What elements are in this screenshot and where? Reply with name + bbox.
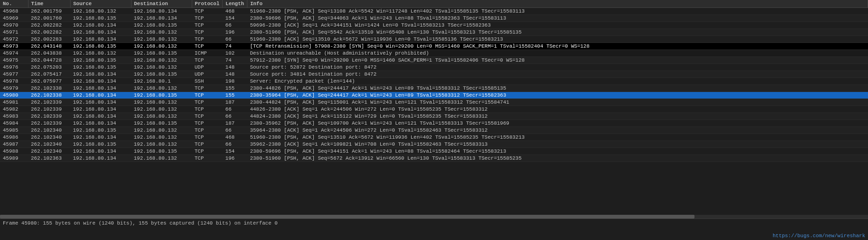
cell-no: 45989 [0,155,28,162]
cell-destination: 192.168.80.132 [131,127,192,134]
cell-time: 262.075417 [28,71,70,78]
cell-info: Source port: 52872 Destination port: 847… [247,64,868,71]
cell-protocol: TCP [192,15,223,22]
cell-source: 192.168.80.135 [70,141,131,148]
cell-time: 262.075203 [28,64,70,71]
cell-protocol: UDP [192,71,223,78]
table-row[interactable]: 45973262.043148192.168.80.135192.168.80.… [0,43,868,50]
cell-source: 192.168.80.135 [70,57,131,64]
cell-destination: 192.168.80.1 [131,78,192,85]
table-row[interactable]: 45988262.102340192.168.80.134192.168.80.… [0,148,868,155]
cell-length: 196 [223,155,247,162]
table-row[interactable]: 45987262.102340192.168.80.135192.168.80.… [0,141,868,148]
cell-source: 192.168.80.134 [70,106,131,113]
cell-destination: 192.168.80.132 [131,141,192,148]
cell-length: 74 [223,43,247,50]
cell-destination: 192.168.80.135 [131,120,192,127]
cell-length: 66 [223,36,247,43]
table-row[interactable]: 45984262.102339192.168.80.134192.168.80.… [0,120,868,127]
cell-no: 45978 [0,78,28,85]
table-row[interactable]: 45969262.001760192.168.80.135192.168.80.… [0,15,868,22]
cell-time: 262.102340 [28,148,70,155]
col-header-source[interactable]: Source [70,0,131,8]
cell-destination: 192.168.80.132 [131,29,192,36]
table-row[interactable]: 45989262.102363192.168.80.134192.168.80.… [0,155,868,162]
col-header-time[interactable]: Time [28,0,70,8]
scrollbar-thumb[interactable] [0,215,694,219]
cell-time: 262.001760 [28,15,70,22]
table-row[interactable]: 45976262.075203192.168.80.135192.168.80.… [0,64,868,71]
cell-protocol: TCP [192,148,223,155]
cell-time: 262.102339 [28,113,70,120]
col-header-info[interactable]: Info [247,0,868,8]
cell-info: 35962-2380 [ACK] Seq=1 Ack=109821 Win=70… [247,141,868,148]
cell-info: 44826-2380 [ACK] Seq=1 Ack=244506 Win=27… [247,106,868,113]
cell-length: 66 [223,141,247,148]
cell-length: 155 [223,92,247,99]
cell-length: 66 [223,113,247,120]
table-row[interactable]: 45981262.102339192.168.80.134192.168.80.… [0,99,868,106]
col-header-destination[interactable]: Destination [131,0,192,8]
cell-destination: 192.168.80.132 [131,57,192,64]
cell-info: 51960-2380 [PSH, ACK] Seq=13108 Ack=5542… [247,8,868,15]
cell-length: 102 [223,50,247,57]
cell-no: 45983 [0,113,28,120]
cell-time: 262.043838 [28,50,70,57]
cell-protocol: TCP [192,155,223,162]
table-row[interactable]: 45972262.002283192.168.80.134192.168.80.… [0,36,868,43]
cell-no: 45985 [0,127,28,134]
packet-rows: 45968262.001759192.168.80.132192.168.80.… [0,8,868,162]
cell-info: [TCP Retransmission] 57908-2380 [SYN] Se… [247,43,868,50]
cell-time: 262.044728 [28,57,70,64]
cell-info: 2380-44826 [PSH, ACK] Seq=244417 Ack=1 W… [247,85,868,92]
cell-time: 262.102339 [28,106,70,113]
table-row[interactable]: 45982262.102339192.168.80.134192.168.80.… [0,106,868,113]
cell-no: 45972 [0,36,28,43]
cell-no: 45970 [0,22,28,29]
cell-destination: 192.168.80.132 [131,155,192,162]
cell-time: 262.102339 [28,99,70,106]
status-text: Frame 45980: 155 bytes on wire (1240 bit… [3,220,278,226]
cell-time: 262.102363 [28,155,70,162]
col-header-no[interactable]: No. [0,0,28,8]
table-row[interactable]: 45975262.044728192.168.80.135192.168.80.… [0,57,868,64]
cell-protocol: UDP [192,64,223,71]
cell-source: 192.168.80.134 [70,78,131,85]
cell-length: 154 [223,15,247,22]
cell-no: 45968 [0,8,28,15]
cell-length: 148 [223,71,247,78]
table-row[interactable]: 45983262.102339192.168.80.134192.168.80.… [0,113,868,120]
cell-no: 45986 [0,134,28,141]
cell-length: 66 [223,22,247,29]
cell-length: 468 [223,134,247,141]
table-row[interactable]: 45979262.102338192.168.80.134192.168.80.… [0,85,868,92]
cell-destination: 192.168.80.134 [131,15,192,22]
cell-protocol: TCP [192,22,223,29]
table-row[interactable]: 45980262.102338192.168.80.134192.168.80.… [0,92,868,99]
table-row[interactable]: 45968262.001759192.168.80.132192.168.80.… [0,8,868,15]
horizontal-scrollbar[interactable] [0,215,868,219]
cell-source: 192.168.80.135 [70,64,131,71]
table-row[interactable]: 45985262.102340192.168.80.135192.168.80.… [0,127,868,134]
table-row[interactable]: 45974262.043838192.168.80.132192.168.80.… [0,50,868,57]
cell-source: 192.168.80.134 [70,22,131,29]
cell-no: 45987 [0,141,28,148]
table-row[interactable]: 45971262.002282192.168.80.134192.168.80.… [0,29,868,36]
col-header-protocol[interactable]: Protocol [192,0,223,8]
cell-time: 262.102339 [28,120,70,127]
packet-list[interactable]: No. Time Source Destination Protocol Len… [0,0,868,215]
cell-time: 262.002282 [28,22,70,29]
table-row[interactable]: 45986262.102340192.168.80.134192.168.80.… [0,134,868,141]
cell-time: 262.102338 [28,85,70,92]
cell-source: 192.168.80.134 [70,85,131,92]
cell-length: 187 [223,120,247,127]
cell-info: 57912-2380 [SYN] Seq=0 Win=29200 Len=0 M… [247,57,868,64]
col-header-length[interactable]: Length [223,0,247,8]
table-row[interactable]: 45978262.075977192.168.80.134192.168.80.… [0,78,868,85]
cell-time: 262.102340 [28,141,70,148]
cell-info: 51960-2380 [ACK] Seq=13510 Ack=5672 Win=… [247,36,868,43]
cell-no: 45979 [0,85,28,92]
table-row[interactable]: 45970262.002282192.168.80.134192.168.80.… [0,22,868,29]
cell-destination: 192.168.80.132 [131,106,192,113]
table-row[interactable]: 45977262.075417192.168.80.134192.168.80.… [0,71,868,78]
